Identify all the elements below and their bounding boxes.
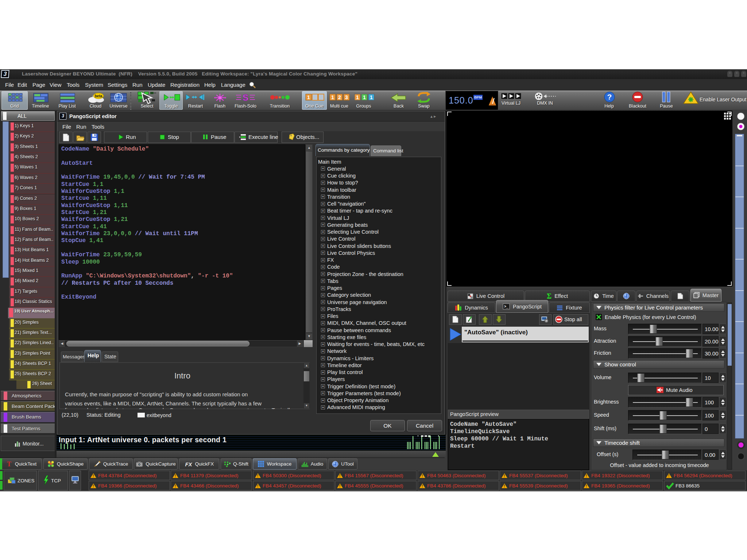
svg-text:beta: beta: [95, 94, 102, 98]
svg-text:T: T: [7, 461, 11, 467]
svg-text:1: 1: [331, 94, 334, 100]
svg-text:1: 1: [356, 94, 359, 100]
svg-text:1: 1: [363, 94, 366, 100]
svg-text:S: S: [243, 93, 248, 102]
svg-text:2: 2: [338, 94, 341, 100]
svg-text:FX: FX: [185, 461, 192, 467]
svg-text:1: 1: [370, 94, 373, 100]
svg-text:?: ?: [607, 93, 612, 101]
svg-text:3: 3: [345, 94, 348, 100]
svg-text:>_: >_: [504, 304, 508, 308]
svg-text:1: 1: [307, 94, 310, 100]
